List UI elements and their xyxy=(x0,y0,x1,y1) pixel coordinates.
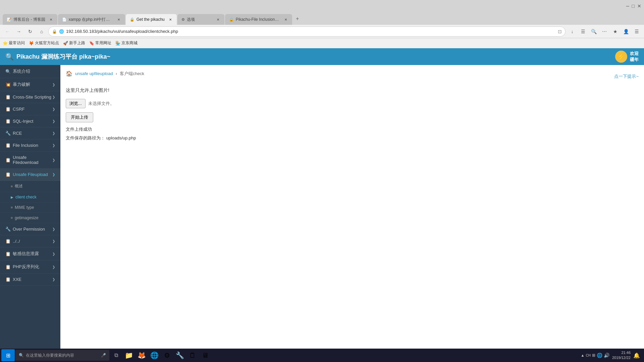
bookmark-newbie-icon: 🚀 xyxy=(63,41,68,46)
reader-view-icon: ⊡ xyxy=(558,29,562,34)
file-input-row: 浏览... 未选择文件。 xyxy=(66,99,639,108)
tab-3[interactable]: 🔒 Get the pikachu ✕ xyxy=(126,14,177,25)
mic-icon: 🎤 xyxy=(101,353,106,358)
taskbar-search[interactable]: 🔍 在这里输入你要搜索的内容 🎤 xyxy=(15,350,109,361)
sidebar-item-xxe[interactable]: 📋 XXE ❯ xyxy=(0,274,60,286)
hint-link[interactable]: 点一下提示~ xyxy=(614,73,639,79)
tab-2-label: xampp 在php.ini中打开了再... xyxy=(69,17,113,22)
bookmark-newbie[interactable]: 🚀 新手上路 xyxy=(63,40,85,46)
xxe-icon: 📋 xyxy=(5,277,11,282)
app6-icon: 🗒 xyxy=(189,352,196,359)
tab-4[interactable]: ⚙ 选项 ✕ xyxy=(177,14,224,25)
sidebar-item-phpserial[interactable]: 📋 PHP反序列化 ❯ xyxy=(0,260,60,274)
sidebar-item-sqlinject[interactable]: 📋 SQL-Inject ❯ xyxy=(0,115,60,127)
close-btn[interactable]: ✕ xyxy=(637,3,641,9)
sidebar-item-unsafefileupload[interactable]: 📋 Unsafe Fileupload ❯ xyxy=(0,169,60,181)
sidebar-item-sensitive[interactable]: 📋 敏感信息泄露 ❯ xyxy=(0,247,60,260)
tab-2-close[interactable]: ✕ xyxy=(116,17,121,22)
new-tab-button[interactable]: + xyxy=(293,14,302,23)
upload-section: 浏览... 未选择文件。 开始上传 文件上传成功 文件保存的路径为： uploa… xyxy=(66,99,639,141)
sidebar: 🔍 系统介绍 💥 暴力破解 ❯ 📋 Cross-Site Scripting ❯ xyxy=(0,65,60,349)
sidebar-item-fileinclusion[interactable]: 📋 File Inclusion ❯ xyxy=(0,139,60,152)
sidebar-subitem-overview[interactable]: 概述 xyxy=(0,181,60,192)
home-icon: 🏠 xyxy=(66,70,72,77)
more-button[interactable]: ⋯ xyxy=(600,27,609,36)
path-label: 文件保存的路径为： xyxy=(66,135,105,140)
app7-icon: 🖥 xyxy=(202,352,209,359)
taskbar-icon-firefox[interactable]: 🦊 xyxy=(136,349,148,361)
taskview-icon: ⧉ xyxy=(114,352,118,358)
clock-date: 2019/12/22 xyxy=(612,355,631,360)
submit-button[interactable]: 开始上传 xyxy=(66,112,93,122)
user-greeting: 欢迎 疆年 xyxy=(630,51,639,63)
sidebar-item-overpermission[interactable]: 🔧 Over Permission ❯ xyxy=(0,223,60,235)
bookmark-most-visited[interactable]: ⭐ 最常访问 xyxy=(3,40,25,46)
bookmarks-button[interactable]: ☰ xyxy=(578,27,588,36)
taskbar-icon-explorer[interactable]: 📁 xyxy=(123,349,135,361)
reload-button[interactable]: ↻ xyxy=(25,27,35,36)
notifications-icon[interactable]: 🔔 xyxy=(633,352,640,359)
bookmark-common[interactable]: 🔖 常用网址 xyxy=(89,40,111,46)
file-label: 未选择文件。 xyxy=(88,101,114,107)
unsafefiledownload-icon: 📋 xyxy=(5,158,11,163)
tab-5-close[interactable]: ✕ xyxy=(283,17,288,22)
minimize-btn[interactable]: – xyxy=(626,3,629,9)
sensitive-icon: 📋 xyxy=(5,251,11,256)
tab-1-label: 博客后台 - 博客园 xyxy=(13,17,45,22)
menu-button[interactable]: ☰ xyxy=(632,27,641,36)
breadcrumb-home-link[interactable]: unsafe upfileupload xyxy=(75,71,113,76)
taskbar-icon-app7[interactable]: 🖥 xyxy=(199,349,211,361)
taskbar-icon-app4[interactable]: ⚙ xyxy=(161,349,173,361)
bookmark-firefox[interactable]: 🦊 火狐官方站点 xyxy=(29,40,59,46)
sync-button[interactable]: 👤 xyxy=(621,27,631,36)
tab-4-close[interactable]: ✕ xyxy=(216,17,220,22)
sidebar-item-csrf[interactable]: 📋 CSRF ❯ xyxy=(0,103,60,115)
taskbar-icon-app5[interactable]: 🔧 xyxy=(174,349,186,361)
tab-1-close[interactable]: ✕ xyxy=(49,17,53,22)
home-button[interactable]: ⌂ xyxy=(37,27,46,36)
sidebar-item-rce[interactable]: 🔧 RCE ❯ xyxy=(0,127,60,139)
sidebar-item-intro[interactable]: 🔍 系统介绍 xyxy=(0,65,60,78)
grid-icon: ⊞ xyxy=(592,353,595,358)
tab-5[interactable]: 🔒 Pikachu-File Inclusion，Uns... ✕ xyxy=(225,14,292,25)
tab-3-close[interactable]: ✕ xyxy=(168,17,173,22)
forward-button[interactable]: → xyxy=(14,27,23,36)
taskbar-icon-app6[interactable]: 🗒 xyxy=(186,349,199,361)
sidebar-subitem-mimetype[interactable]: MIME type xyxy=(0,202,60,213)
tab-1-favicon: 📝 xyxy=(7,17,11,22)
csrf-icon: 📋 xyxy=(5,107,11,112)
start-button[interactable]: ⊞ xyxy=(1,349,15,361)
sidebar-item-dotdot[interactable]: 📋 ../../ ❯ xyxy=(0,235,60,247)
bookmark-jd[interactable]: 🏪 京东商城 xyxy=(115,40,138,46)
app-logo: 🔍 xyxy=(5,53,14,61)
downloads-button[interactable]: ↓ xyxy=(568,27,577,36)
intro-icon: 🔍 xyxy=(5,69,11,74)
tab-2[interactable]: 📄 xampp 在php.ini中打开了再... ✕ xyxy=(58,14,125,25)
taskbar-icon-ie[interactable]: 🌐 xyxy=(148,349,160,361)
user-area: ⚡ 欢迎 疆年 xyxy=(615,51,639,63)
sidebar-item-unsafefiledownload[interactable]: 📋 Unsafe Filedownload ❯ xyxy=(0,152,60,169)
taskbar-clock[interactable]: 21:46 2019/12/22 xyxy=(612,350,631,361)
xss-icon: 📋 xyxy=(5,95,11,100)
sidebar-subitem-getimagesize[interactable]: getimagesize xyxy=(0,213,60,223)
overpermission-icon: 🔧 xyxy=(5,227,11,232)
back-button[interactable]: ← xyxy=(3,27,12,36)
sidebar-item-brute[interactable]: 💥 暴力破解 ❯ xyxy=(0,78,60,91)
sidebar-subitem-clientcheck[interactable]: ▶ client check xyxy=(0,192,60,202)
tab-1[interactable]: 📝 博客后台 - 博客园 ✕ xyxy=(3,14,57,25)
app-container: 🔍 Pikachu 漏洞练习平台 pika~pika~ ⚡ 欢迎 疆年 🔍 系统… xyxy=(0,48,644,349)
page-description: 这里只允许上传图片! xyxy=(66,87,639,94)
clock-time: 21:46 xyxy=(612,350,631,355)
browse-button[interactable]: 浏览... xyxy=(66,99,86,108)
breadcrumb-row: 🏠 unsafe upfileupload › 客户端check 点一下提示~ xyxy=(66,70,639,82)
zoom-button[interactable]: 🔍 xyxy=(589,27,598,36)
bookmark-star[interactable]: ★ xyxy=(610,27,620,36)
tab-bar: 📝 博客后台 - 博客园 ✕ 📄 xampp 在php.ini中打开了再... … xyxy=(0,12,644,25)
tray-up-arrow[interactable]: ▲ xyxy=(581,353,585,357)
taskview-button[interactable]: ⧉ xyxy=(110,349,122,361)
address-bar[interactable]: 🔒 🌐 192.168.50.183/pikachu/vul/unsafeupl… xyxy=(48,26,566,37)
search-placeholder: 在这里输入你要搜索的内容 xyxy=(26,353,74,358)
sidebar-item-xss[interactable]: 📋 Cross-Site Scripting ❯ xyxy=(0,91,60,103)
maximize-btn[interactable]: □ xyxy=(632,3,635,9)
system-tray: ▲ CH ⊞ 🌐 🔊 xyxy=(581,353,609,358)
